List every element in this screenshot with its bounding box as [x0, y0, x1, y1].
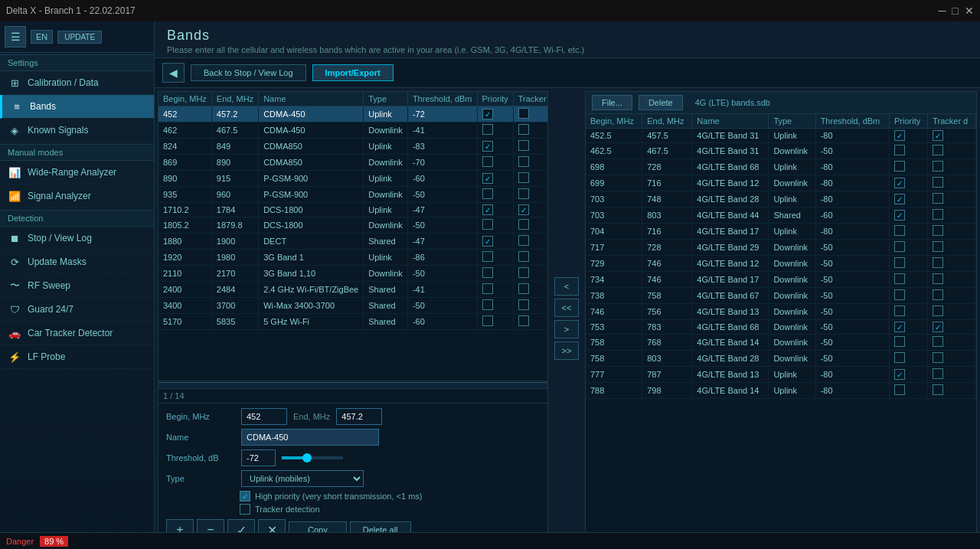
right-table-row[interactable]: 698 728 4G/LTE Band 68 Uplink -80 — [586, 159, 976, 175]
import-export-btn[interactable]: Import/Export — [312, 64, 394, 81]
name-row: Name — [166, 429, 540, 446]
main-header: Bands Please enter all the cellular and … — [155, 21, 980, 58]
update-btn[interactable]: UPDATE — [57, 31, 102, 44]
left-table-row[interactable]: 1710.2 1784 DCS-1800 Uplink -47 ✓ ✓ — [158, 203, 547, 217]
begin-label: Begin, MHz — [166, 412, 235, 421]
rf-sweep-icon: 〜 — [8, 279, 21, 292]
right-table-row[interactable]: 699 716 4G/LTE Band 12 Downlink -80 ✓ — [586, 175, 976, 191]
sidebar-item-car-tracker[interactable]: 🚗 Car Tracker Detector — [0, 322, 154, 345]
col-priority: Priority — [477, 92, 513, 106]
sidebar-item-rf-sweep[interactable]: 〜 RF Sweep — [0, 274, 154, 298]
right-table-row[interactable]: 703 803 4G/LTE Band 44 Shared -60 ✓ — [586, 208, 976, 224]
right-table-row[interactable]: 462.5 467.5 4G/LTE Band 31 Downlink -50 — [586, 143, 976, 159]
end-input[interactable] — [336, 408, 382, 425]
right-col-end: End, MHz — [642, 114, 692, 129]
sidebar-top: ☰ EN UPDATE — [0, 21, 154, 53]
type-label: Type — [166, 474, 235, 483]
right-table-row[interactable]: 788 798 4G/LTE Band 14 Uplink -80 — [586, 383, 976, 399]
left-table-row[interactable]: 462 467.5 CDMA-450 Downlink -41 — [158, 123, 547, 139]
tracker-detection-checkbox[interactable] — [240, 504, 250, 515]
right-table-row[interactable]: 729 746 4G/LTE Band 12 Downlink -50 — [586, 256, 976, 272]
right-table-row[interactable]: 452.5 457.5 4G/LTE Band 31 Uplink -80 ✓ … — [586, 129, 976, 143]
sidebar: ☰ EN UPDATE Settings ⊞ Calibration / Dat… — [0, 21, 155, 549]
right-table-row[interactable]: 704 716 4G/LTE Band 17 Uplink -80 — [586, 224, 976, 240]
left-table-row[interactable]: 869 890 CDMA850 Downlink -70 — [158, 155, 547, 171]
left-table-row[interactable]: 5170 5835 5 GHz Wi-Fi Shared -60 — [158, 314, 547, 330]
back-arrow-btn[interactable]: ◀ — [162, 63, 185, 83]
right-table-row[interactable]: 746 756 4G/LTE Band 13 Downlink -50 — [586, 304, 976, 320]
left-table-row[interactable]: 890 915 P-GSM-900 Uplink -60 ✓ — [158, 171, 547, 187]
right-table-row[interactable]: 753 783 4G/LTE Band 68 Downlink -50 ✓ ✓ — [586, 320, 976, 335]
left-table-row[interactable]: 935 960 P-GSM-900 Downlink -50 — [158, 187, 547, 203]
right-table-scroll[interactable]: Begin, MHz End, MHz Name Type Threshold,… — [586, 114, 976, 538]
sidebar-item-calibration[interactable]: ⊞ Calibration / Data — [0, 71, 154, 95]
threshold-slider[interactable] — [282, 456, 343, 459]
tracker-detection-row: Tracker detection — [240, 504, 540, 515]
sidebar-item-stop-view-log[interactable]: ⏹ Stop / View Log — [0, 227, 154, 250]
close-btn[interactable]: ✕ — [965, 5, 974, 17]
sidebar-item-update-masks[interactable]: ⟳ Update Masks — [0, 250, 154, 274]
right-table-row[interactable]: 717 728 4G/LTE Band 29 Downlink -50 — [586, 240, 976, 256]
high-priority-row: ✓ High priority (very short transmission… — [240, 491, 540, 502]
transfer-right-all-btn[interactable]: >> — [554, 341, 579, 360]
transfer-left-all-btn[interactable]: << — [554, 299, 579, 317]
signal-analyzer-icon: 📶 — [8, 189, 21, 203]
right-delete-btn[interactable]: Delete — [639, 95, 683, 110]
begin-end-row: Begin, MHz End, MHz — [166, 408, 540, 425]
right-table-row[interactable]: 777 787 4G/LTE Band 13 Uplink -80 ✓ — [586, 367, 976, 383]
pagination: 1 / 14 — [158, 388, 547, 403]
col-tracker: Tracker d — [513, 92, 547, 106]
right-table-row[interactable]: 703 748 4G/LTE Band 28 Uplink -80 ✓ — [586, 191, 976, 208]
main-content: Bands Please enter all the cellular and … — [155, 21, 980, 549]
left-table-scroll[interactable]: Begin, MHz End, MHz Name Type Threshold,… — [158, 92, 547, 381]
left-table-row[interactable]: 1920 1980 3G Band 1 Uplink -86 — [158, 250, 547, 266]
begin-input[interactable] — [241, 408, 287, 425]
sidebar-item-known-signals[interactable]: ◈ Known Signals — [0, 119, 154, 142]
title-bar: Delta X - Branch 1 - 22.02.2017 ─ □ ✕ — [0, 0, 980, 21]
threshold-slider-container — [282, 456, 343, 459]
name-input[interactable] — [241, 429, 379, 446]
type-select[interactable]: Uplink (mobiles) Downlink (mobiles) Shar… — [241, 470, 364, 487]
right-table-row[interactable]: 758 768 4G/LTE Band 14 Downlink -50 — [586, 335, 976, 351]
sidebar-item-wide-range[interactable]: 📊 Wide-Range Analyzer — [0, 161, 154, 185]
sidebar-item-bands[interactable]: ≡ Bands — [0, 95, 154, 119]
settings-section-label: Settings — [0, 54, 154, 71]
hamburger-btn[interactable]: ☰ — [5, 26, 26, 47]
back-to-log-btn[interactable]: Back to Stop / View Log — [191, 64, 306, 81]
right-col-name: Name — [692, 114, 769, 129]
high-priority-checkbox[interactable]: ✓ — [240, 491, 250, 502]
name-label: Name — [166, 433, 235, 442]
bottom-form: Begin, MHz End, MHz Name Threshold, dB — [158, 403, 547, 545]
maximize-btn[interactable]: □ — [952, 5, 959, 17]
right-table-row[interactable]: 738 758 4G/LTE Band 67 Downlink -50 — [586, 288, 976, 304]
left-table-row[interactable]: 2400 2484 2.4 GHz Wi-Fi/BT/ZigBee Shared… — [158, 282, 547, 298]
threshold-label: Threshold, dB — [166, 453, 235, 462]
right-table-row[interactable]: 734 746 4G/LTE Band 17 Downlink -50 — [586, 272, 976, 288]
language-btn[interactable]: EN — [31, 30, 53, 44]
end-label: End, MHz — [293, 412, 330, 421]
minimize-btn[interactable]: ─ — [939, 5, 946, 17]
tracker-detection-label: Tracker detection — [255, 505, 320, 514]
transfer-left-btn[interactable]: < — [554, 277, 579, 296]
left-table-row[interactable]: 824 849 CDMA850 Uplink -83 ✓ — [158, 139, 547, 155]
known-signals-icon: ◈ — [8, 123, 21, 137]
right-panel-header: File... Delete 4G (LTE) bands.sdb — [586, 92, 976, 114]
left-table-row[interactable]: 1880 1900 DECT Shared -47 ✓ — [158, 234, 547, 250]
file-btn[interactable]: File... — [592, 95, 632, 110]
page-subtitle: Please enter all the cellular and wirele… — [167, 45, 968, 54]
sidebar-item-lf-probe[interactable]: ⚡ LF Probe — [0, 345, 154, 369]
right-col-begin: Begin, MHz — [586, 114, 642, 129]
left-table-row[interactable]: 2110 2170 3G Band 1,10 Downlink -50 — [158, 266, 547, 282]
threshold-input[interactable] — [241, 449, 276, 466]
right-table-row[interactable]: 758 803 4G/LTE Band 28 Downlink -50 — [586, 351, 976, 367]
col-begin-mhz: Begin, MHz — [158, 92, 211, 106]
high-priority-label: High priority (very short transmission, … — [255, 492, 423, 501]
right-col-threshold: Threshold, dBm — [815, 114, 889, 129]
calibration-icon: ⊞ — [8, 76, 21, 90]
sidebar-item-signal-analyzer[interactable]: 📶 Signal Analyzer — [0, 185, 154, 208]
sidebar-item-guard-24-7[interactable]: 🛡 Guard 24/7 — [0, 298, 154, 322]
transfer-right-btn[interactable]: > — [554, 320, 579, 338]
left-table-row[interactable]: 3400 3700 Wi-Max 3400-3700 Shared -50 — [158, 298, 547, 314]
left-table-row[interactable]: 452 457.2 CDMA-450 Uplink -72 ✓ — [158, 106, 547, 123]
left-table-row[interactable]: 1805.2 1879.8 DCS-1800 Downlink -50 — [158, 217, 547, 234]
